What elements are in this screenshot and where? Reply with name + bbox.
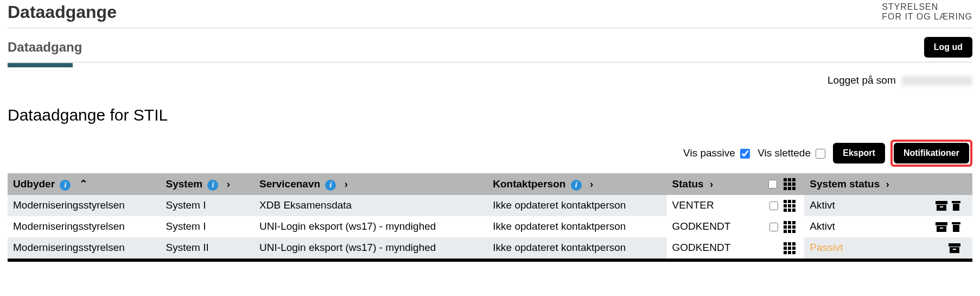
col-udbyder[interactable]: Udbyder i ⌃ [8, 173, 161, 195]
vis-passive-checkbox[interactable] [740, 149, 750, 159]
col-kontaktperson-label: Kontaktperson [493, 178, 565, 190]
vis-passive-text: Vis passive [683, 147, 735, 159]
select-all-checkbox[interactable] [768, 180, 777, 188]
chevron-right-icon: › [710, 178, 713, 190]
org-logo-text: STYRELSEN FOR IT OG LÆRING [882, 2, 972, 22]
page-title: Dataadgange [8, 2, 117, 22]
col-udbyder-label: Udbyder [13, 178, 55, 190]
controls-row: Vis passive Vis slettede Eksport Notifik… [8, 135, 972, 173]
section-title: Dataadgange for STIL [8, 90, 972, 135]
logged-in-prefix: Logget på som [828, 74, 896, 86]
cell-system-status: Aktivt [804, 216, 917, 237]
cell-system-status: Aktivt [804, 195, 917, 216]
cell-status: GODKENDT [667, 237, 753, 259]
vis-slettede-text: Vis slettede [758, 147, 811, 159]
org-logo-line1: STYRELSEN [882, 2, 972, 12]
cell-servicenavn: XDB Eksamensdata [254, 195, 487, 216]
vis-passive-label[interactable]: Vis passive [683, 147, 752, 159]
grid-icon[interactable] [784, 221, 796, 233]
trash-icon[interactable] [952, 201, 960, 211]
col-kontaktperson[interactable]: Kontaktperson i › [487, 173, 666, 195]
notifikationer-button[interactable]: Notifikationer [894, 143, 969, 163]
cell-actions [917, 195, 972, 216]
eksport-button[interactable]: Eksport [833, 143, 885, 163]
active-tab-indicator [8, 63, 73, 67]
logout-button[interactable]: Log ud [924, 37, 972, 58]
cell-status: VENTER [667, 195, 753, 216]
notifikationer-highlight: Notifikationer [890, 140, 972, 167]
chevron-right-icon: › [345, 178, 348, 190]
col-system[interactable]: System i › [161, 173, 254, 195]
info-icon[interactable]: i [571, 180, 582, 191]
chevron-right-icon: › [227, 178, 230, 190]
chevron-right-icon: › [886, 178, 889, 190]
col-system-status-label: System status [810, 178, 880, 190]
cell-actions [917, 237, 972, 259]
logged-in-username [902, 76, 972, 86]
trash-icon[interactable] [952, 222, 960, 232]
table-row: ModerniseringsstyrelsenSystem IIUNI-Logi… [8, 237, 972, 259]
col-bulk [753, 173, 805, 195]
cell-udbyder: Moderniseringsstyrelsen [8, 195, 161, 216]
vis-slettede-label[interactable]: Vis slettede [758, 147, 828, 159]
row-select-checkbox[interactable] [769, 223, 778, 231]
data-table: Udbyder i ⌃ System i › Servicenavn i › K… [8, 173, 972, 259]
cell-system: System I [161, 195, 254, 216]
info-icon[interactable]: i [207, 180, 218, 191]
tab-dataadgang[interactable]: Dataadgang [8, 40, 82, 55]
cell-status: GODKENDT [667, 216, 753, 237]
cell-system: System I [161, 216, 254, 237]
cell-udbyder: Moderniseringsstyrelsen [8, 237, 161, 259]
grid-icon[interactable] [784, 200, 796, 212]
cell-system: System II [161, 237, 254, 259]
col-system-label: System [166, 178, 203, 190]
cell-bulk [753, 195, 805, 216]
info-icon[interactable]: i [325, 180, 336, 191]
table-footer-bar [8, 259, 972, 262]
table-row: ModerniseringsstyrelsenSystem IXDB Eksam… [8, 195, 972, 216]
vis-slettede-checkbox[interactable] [816, 149, 825, 159]
logged-in-as: Logget på som [8, 67, 972, 90]
cell-bulk [753, 216, 805, 237]
cell-kontaktperson: Ikke opdateret kontaktperson [487, 195, 666, 216]
chevron-right-icon: › [590, 178, 593, 190]
cell-actions [917, 216, 972, 237]
archive-icon[interactable] [949, 243, 960, 253]
cell-servicenavn: UNI-Login eksport (ws17) - myndighed [254, 237, 487, 259]
cell-servicenavn: UNI-Login eksport (ws17) - myndighed [254, 216, 487, 237]
info-icon[interactable]: i [60, 180, 71, 191]
row-select-checkbox[interactable] [769, 201, 778, 210]
col-status-label: Status [672, 178, 704, 190]
grid-icon[interactable] [784, 242, 796, 254]
grid-icon[interactable] [784, 178, 796, 190]
col-servicenavn[interactable]: Servicenavn i › [254, 173, 487, 195]
col-status[interactable]: Status › [667, 173, 753, 195]
cell-bulk [753, 237, 805, 259]
cell-kontaktperson: Ikke opdateret kontaktperson [487, 216, 666, 237]
col-system-status[interactable]: System status › [804, 173, 917, 195]
cell-kontaktperson: Ikke opdateret kontaktperson [487, 237, 666, 259]
sort-asc-icon: ⌃ [79, 178, 88, 190]
table-row: ModerniseringsstyrelsenSystem IUNI-Login… [8, 216, 972, 237]
archive-icon[interactable] [936, 201, 947, 211]
archive-icon[interactable] [936, 222, 947, 232]
col-servicenavn-label: Servicenavn [259, 178, 320, 190]
org-logo-line2: FOR IT OG LÆRING [882, 12, 972, 22]
cell-udbyder: Moderniseringsstyrelsen [8, 216, 161, 237]
cell-system-status: Passivt [804, 237, 917, 259]
col-actions [917, 173, 972, 195]
